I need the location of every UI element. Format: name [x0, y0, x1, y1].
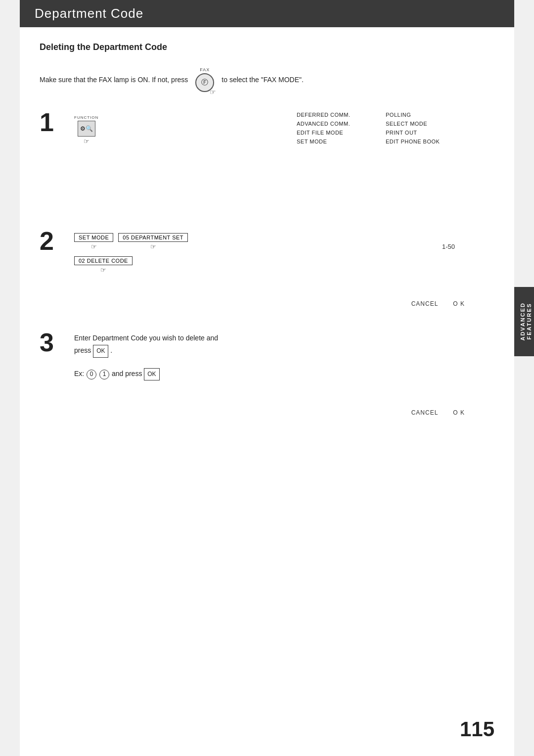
- step-1-container: 1 FUNCTION ⚙🔍 ☞ DEFERRED COMM. POLLING A…: [40, 112, 494, 211]
- menu-item-edit-file-mode: EDIT FILE MODE: [297, 130, 376, 136]
- step3-ex-text: and press: [112, 370, 142, 378]
- fax-circle-icon: Ⓕ ☞: [195, 73, 214, 92]
- step-3-inner: Enter Department Code you wish to delete…: [74, 332, 494, 421]
- step2-buttons: SET MODE ☞ 05 DEPARTMENT SET ☞ 02 DELETE…: [74, 233, 494, 274]
- section-subtitle: Deleting the Department Code: [40, 42, 494, 52]
- hand-pointer-icon: ☞: [210, 88, 216, 96]
- step-1-inner: FUNCTION ⚙🔍 ☞ DEFERRED COMM. POLLING ADV…: [74, 112, 494, 211]
- step3-ex-label: Ex:: [74, 370, 84, 378]
- page-number: 115: [460, 717, 494, 741]
- step3-press-label: press: [74, 346, 91, 354]
- step-3-number: 3: [40, 330, 64, 421]
- step3-example: Ex: 0 1 and press OK: [74, 368, 494, 381]
- fax-label: FAX: [200, 67, 210, 72]
- dept-set-button[interactable]: 05 DEPARTMENT SET: [118, 233, 188, 242]
- hand-icon-dept-set: ☞: [150, 243, 156, 250]
- step2-cancel-ok-row: CANCEL O K: [411, 300, 465, 307]
- fax-button-illustration: FAX Ⓕ ☞: [195, 67, 214, 92]
- menu-display: DEFERRED COMM. POLLING ADVANCED COMM. SE…: [297, 112, 465, 144]
- step2-row2: 02 DELETE CODE ☞: [74, 256, 494, 274]
- step3-cancel-ok-row: CANCEL O K: [411, 409, 465, 416]
- step-3-content: Enter Department Code you wish to delete…: [74, 332, 494, 421]
- menu-item-advanced-comm: ADVANCED COMM.: [297, 121, 376, 127]
- function-label: FUNCTION: [74, 115, 98, 120]
- step3-ok-label2[interactable]: O K: [453, 409, 465, 416]
- step-2-content: SET MODE ☞ 05 DEPARTMENT SET ☞ 02 DELETE…: [74, 231, 494, 312]
- step2-row1: SET MODE ☞ 05 DEPARTMENT SET ☞: [74, 233, 494, 250]
- step-3-container: 3 Enter Department Code you wish to dele…: [40, 332, 494, 421]
- step3-circle-1: 1: [99, 370, 109, 379]
- step3-dot: .: [110, 346, 112, 354]
- hand-icon-set-mode: ☞: [91, 243, 97, 250]
- range-indicator: 1-50: [442, 243, 455, 250]
- step2-ok-label[interactable]: O K: [453, 300, 465, 307]
- function-icon-symbol: ⚙🔍: [80, 125, 93, 132]
- hand-icon-delete-code: ☞: [100, 266, 106, 274]
- step3-text: Enter Department Code you wish to delete…: [74, 332, 494, 358]
- intro-text-before: Make sure that the FAX lamp is ON. If no…: [40, 76, 188, 84]
- menu-grid: DEFERRED COMM. POLLING ADVANCED COMM. SE…: [297, 112, 465, 144]
- step-1-number: 1: [40, 109, 64, 211]
- hand-below-icon: ☞: [84, 138, 89, 145]
- delete-code-button[interactable]: 02 DELETE CODE: [74, 256, 133, 265]
- menu-item-set-mode: SET MODE: [297, 139, 376, 144]
- set-mode-btn-container: SET MODE ☞: [74, 233, 113, 250]
- step-2-number: 2: [40, 228, 64, 312]
- menu-item-print-out: PRINT OUT: [386, 130, 465, 136]
- intro-text-after: to select the "FAX MODE".: [222, 76, 304, 84]
- function-icon-box: ⚙🔍: [78, 121, 95, 137]
- step3-cancel-label[interactable]: CANCEL: [411, 409, 439, 416]
- step3-ex-ok-button[interactable]: OK: [144, 368, 159, 381]
- menu-item-polling: POLLING: [386, 112, 465, 118]
- step-1-content: FUNCTION ⚙🔍 ☞ DEFERRED COMM. POLLING ADV…: [74, 112, 494, 211]
- step3-text-line1: Enter Department Code you wish to delete…: [74, 334, 218, 342]
- menu-item-deferred-comm: DEFERRED COMM.: [297, 112, 376, 118]
- sidebar-tab-text: ADVANCEDFEATURES: [520, 302, 533, 341]
- function-button-illustration: FUNCTION ⚙🔍 ☞: [74, 115, 98, 145]
- page-title: Department Code: [35, 6, 499, 21]
- sidebar-tab: ADVANCEDFEATURES: [514, 287, 534, 356]
- dept-set-btn-container: 05 DEPARTMENT SET ☞: [118, 233, 188, 250]
- page: ADVANCEDFEATURES Department Code Deletin…: [20, 0, 514, 756]
- step3-ok-button[interactable]: OK: [93, 345, 108, 358]
- header-bar: Department Code: [20, 0, 514, 27]
- step-2-inner: SET MODE ☞ 05 DEPARTMENT SET ☞ 02 DELETE…: [74, 233, 494, 312]
- step2-cancel-label[interactable]: CANCEL: [411, 300, 439, 307]
- set-mode-button[interactable]: SET MODE: [74, 233, 113, 242]
- step-2-container: 2 SET MODE ☞ 05 DEPARTMENT SET ☞: [40, 231, 494, 312]
- delete-code-btn-container: 02 DELETE CODE ☞: [74, 256, 133, 274]
- step3-circle-0: 0: [87, 370, 96, 379]
- intro-text: Make sure that the FAX lamp is ON. If no…: [40, 67, 494, 92]
- menu-item-select-mode: SELECT MODE: [386, 121, 465, 127]
- menu-item-edit-phone-book: EDIT PHONE BOOK: [386, 139, 465, 144]
